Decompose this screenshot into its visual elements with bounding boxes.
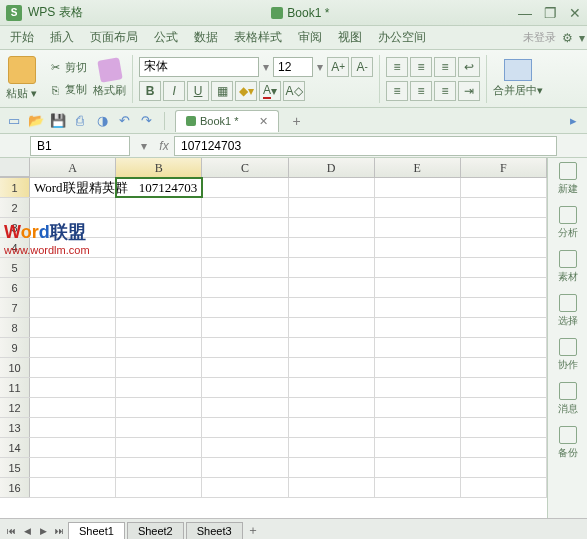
row-header-15[interactable]: 15 xyxy=(0,458,30,477)
cell-F7[interactable] xyxy=(461,298,547,317)
settings-icon[interactable]: ⚙ xyxy=(562,31,573,45)
fx-button[interactable]: fx xyxy=(154,136,174,156)
clear-format-button[interactable]: A◇ xyxy=(283,81,305,101)
cell-B7[interactable] xyxy=(116,298,202,317)
cell-A16[interactable] xyxy=(30,478,116,497)
row-header-6[interactable]: 6 xyxy=(0,278,30,297)
cell-E4[interactable] xyxy=(375,238,461,257)
cell-C3[interactable] xyxy=(202,218,288,237)
cell-F6[interactable] xyxy=(461,278,547,297)
menu-4[interactable]: 数据 xyxy=(186,29,226,46)
save-button[interactable]: 💾 xyxy=(50,113,66,129)
cell-E1[interactable] xyxy=(375,178,461,197)
cell-C5[interactable] xyxy=(202,258,288,277)
cell-D9[interactable] xyxy=(289,338,375,357)
cell-A1[interactable]: Word联盟精英群 xyxy=(30,178,116,197)
cell-C14[interactable] xyxy=(202,438,288,457)
menu-5[interactable]: 表格样式 xyxy=(226,29,290,46)
cell-D11[interactable] xyxy=(289,378,375,397)
cell-F11[interactable] xyxy=(461,378,547,397)
login-status[interactable]: 未登录 xyxy=(523,30,556,45)
cell-D10[interactable] xyxy=(289,358,375,377)
cell-D14[interactable] xyxy=(289,438,375,457)
cell-E7[interactable] xyxy=(375,298,461,317)
name-box[interactable]: B1 xyxy=(30,136,130,156)
dropdown-icon[interactable]: ▾ xyxy=(579,31,585,45)
cell-F5[interactable] xyxy=(461,258,547,277)
merge-center-button[interactable]: 合并居中▾ xyxy=(493,59,543,98)
cell-C2[interactable] xyxy=(202,198,288,217)
menu-0[interactable]: 开始 xyxy=(2,29,42,46)
cell-D12[interactable] xyxy=(289,398,375,417)
cell-A10[interactable] xyxy=(30,358,116,377)
row-header-10[interactable]: 10 xyxy=(0,358,30,377)
underline-button[interactable]: U xyxy=(187,81,209,101)
cell-E14[interactable] xyxy=(375,438,461,457)
add-tab-button[interactable]: + xyxy=(293,113,301,129)
cell-A2[interactable] xyxy=(30,198,116,217)
indent-button[interactable]: ⇥ xyxy=(458,81,480,101)
cell-C16[interactable] xyxy=(202,478,288,497)
col-header-C[interactable]: C xyxy=(202,158,288,177)
cell-D6[interactable] xyxy=(289,278,375,297)
cell-E13[interactable] xyxy=(375,418,461,437)
print-preview-button[interactable]: ◑ xyxy=(94,113,110,129)
redo-button[interactable]: ↷ xyxy=(138,113,154,129)
row-header-14[interactable]: 14 xyxy=(0,438,30,457)
cell-C9[interactable] xyxy=(202,338,288,357)
cell-B9[interactable] xyxy=(116,338,202,357)
cell-B6[interactable] xyxy=(116,278,202,297)
align-right-button[interactable]: ≡ xyxy=(434,81,456,101)
row-header-3[interactable]: 3 xyxy=(0,218,30,237)
cell-A4[interactable] xyxy=(30,238,116,257)
restore-button[interactable]: ❐ xyxy=(544,5,557,21)
sidepanel-1[interactable]: 分析 xyxy=(558,206,578,240)
font-name-select[interactable] xyxy=(139,57,259,77)
open-button[interactable]: 📂 xyxy=(28,113,44,129)
cell-C6[interactable] xyxy=(202,278,288,297)
col-header-D[interactable]: D xyxy=(289,158,375,177)
undo-button[interactable]: ↶ xyxy=(116,113,132,129)
row-header-8[interactable]: 8 xyxy=(0,318,30,337)
cell-F3[interactable] xyxy=(461,218,547,237)
row-header-1[interactable]: 1 xyxy=(0,178,30,197)
minimize-button[interactable]: — xyxy=(518,5,532,21)
cell-C8[interactable] xyxy=(202,318,288,337)
format-painter-button[interactable]: 格式刷 xyxy=(93,59,126,98)
cell-C11[interactable] xyxy=(202,378,288,397)
cell-A5[interactable] xyxy=(30,258,116,277)
menu-6[interactable]: 审阅 xyxy=(290,29,330,46)
cell-B2[interactable] xyxy=(116,198,202,217)
col-header-E[interactable]: E xyxy=(375,158,461,177)
cell-A15[interactable] xyxy=(30,458,116,477)
sheet-nav-prev[interactable]: ◀ xyxy=(20,524,34,538)
cell-B13[interactable] xyxy=(116,418,202,437)
cell-A8[interactable] xyxy=(30,318,116,337)
sheet-tab-Sheet2[interactable]: Sheet2 xyxy=(127,522,184,539)
font-color-button[interactable]: A▾ xyxy=(259,81,281,101)
cell-A6[interactable] xyxy=(30,278,116,297)
sheet-tab-Sheet3[interactable]: Sheet3 xyxy=(186,522,243,539)
cell-A13[interactable] xyxy=(30,418,116,437)
cell-A7[interactable] xyxy=(30,298,116,317)
cell-F2[interactable] xyxy=(461,198,547,217)
cell-F15[interactable] xyxy=(461,458,547,477)
cell-A11[interactable] xyxy=(30,378,116,397)
cell-B14[interactable] xyxy=(116,438,202,457)
cell-B15[interactable] xyxy=(116,458,202,477)
align-left-button[interactable]: ≡ xyxy=(386,81,408,101)
cut-button[interactable]: ✂剪切 xyxy=(43,58,91,78)
cell-E11[interactable] xyxy=(375,378,461,397)
cell-A9[interactable] xyxy=(30,338,116,357)
cell-D13[interactable] xyxy=(289,418,375,437)
cell-B8[interactable] xyxy=(116,318,202,337)
col-header-A[interactable]: A xyxy=(30,158,116,177)
formula-input[interactable] xyxy=(174,136,557,156)
menu-1[interactable]: 插入 xyxy=(42,29,82,46)
cell-E3[interactable] xyxy=(375,218,461,237)
increase-font-button[interactable]: A+ xyxy=(327,57,349,77)
cell-B5[interactable] xyxy=(116,258,202,277)
border-button[interactable]: ▦ xyxy=(211,81,233,101)
row-header-11[interactable]: 11 xyxy=(0,378,30,397)
row-header-5[interactable]: 5 xyxy=(0,258,30,277)
